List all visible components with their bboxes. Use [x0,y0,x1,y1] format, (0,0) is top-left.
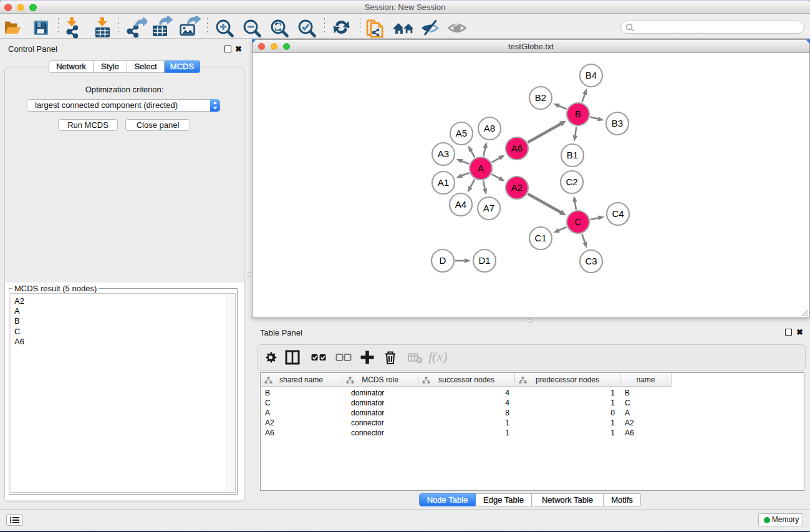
svg-text:D1: D1 [478,255,490,266]
svg-text:C3: C3 [585,256,597,266]
svg-text:B1: B1 [567,150,578,160]
svg-text:C: C [575,216,582,227]
svg-text:A: A [478,163,484,173]
svg-text:A5: A5 [456,128,467,138]
svg-text:C2: C2 [566,177,577,187]
svg-text:B2: B2 [535,92,546,103]
svg-text:A1: A1 [438,177,449,188]
svg-text:B3: B3 [612,118,623,128]
svg-text:A2: A2 [511,182,523,193]
svg-text:C4: C4 [612,208,624,219]
svg-text:C1: C1 [534,233,546,243]
svg-text:A8: A8 [484,123,495,133]
svg-text:A4: A4 [455,199,466,210]
svg-text:B4: B4 [586,70,597,80]
svg-text:D: D [440,255,446,266]
svg-text:A6: A6 [511,143,523,153]
svg-text:A3: A3 [438,148,449,159]
svg-text:A7: A7 [483,203,494,213]
svg-text:B: B [575,109,581,119]
